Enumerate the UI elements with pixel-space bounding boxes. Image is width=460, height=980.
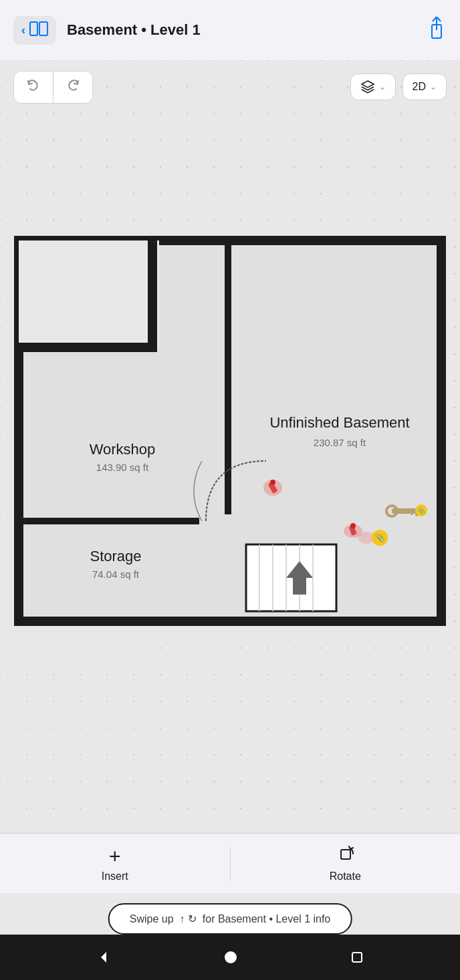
- svg-point-29: [350, 523, 356, 528]
- floorplan-svg[interactable]: Unfinished Basement 230.87 sq ft Worksho…: [12, 234, 448, 628]
- redo-button[interactable]: [53, 71, 92, 103]
- view-mode-chevron-icon: ⌄: [430, 82, 437, 92]
- undo-redo-group: [13, 71, 93, 104]
- view-mode-button[interactable]: 2D ⌄: [402, 73, 447, 100]
- rotate-label: Rotate: [330, 870, 361, 882]
- back-chevron-icon: ‹: [21, 23, 25, 37]
- toolbar: ⌄ 2D ⌄: [0, 67, 460, 107]
- swipe-pill[interactable]: Swipe up ↑ ↻ for Basement • Level 1 info: [108, 903, 352, 935]
- svg-text:230.87 sq ft: 230.87 sq ft: [314, 437, 366, 448]
- layers-button[interactable]: ⌄: [350, 73, 396, 100]
- svg-text:Storage: Storage: [90, 548, 141, 564]
- canvas-area[interactable]: Unfinished Basement 230.87 sq ft Worksho…: [0, 60, 460, 846]
- svg-rect-1: [39, 22, 47, 35]
- undo-button[interactable]: [14, 71, 53, 103]
- insert-button[interactable]: + Insert: [0, 838, 230, 889]
- view-mode-label: 2D: [413, 81, 426, 93]
- page-title: Basement • Level 1: [67, 21, 201, 39]
- header: ‹ Basement • Level 1: [0, 0, 460, 60]
- insert-label: Insert: [102, 870, 128, 882]
- swipe-pill-text: Swipe up ↑ ↻ for Basement • Level 1 info: [130, 913, 331, 925]
- layers-chevron-icon: ⌄: [379, 82, 386, 92]
- svg-rect-39: [341, 850, 350, 859]
- rotate-icon: [336, 844, 354, 868]
- rotate-button[interactable]: Rotate: [231, 838, 461, 889]
- svg-rect-10: [199, 514, 233, 528]
- svg-text:Unfinished Basement: Unfinished Basement: [269, 414, 409, 431]
- android-recents-button[interactable]: [351, 951, 363, 963]
- layout-toggle-icon: [29, 21, 48, 39]
- svg-rect-42: [352, 953, 362, 962]
- svg-text:143.90 sq ft: 143.90 sq ft: [96, 462, 149, 473]
- svg-rect-0: [30, 22, 37, 35]
- header-left: ‹ Basement • Level 1: [13, 16, 201, 45]
- svg-marker-3: [362, 81, 374, 88]
- svg-marker-40: [101, 952, 106, 963]
- svg-point-26: [270, 480, 275, 485]
- toolbar-right: ⌄ 2D ⌄: [350, 73, 447, 100]
- svg-point-41: [225, 951, 237, 963]
- svg-rect-7: [28, 240, 159, 347]
- svg-text:Workshop: Workshop: [90, 441, 156, 458]
- svg-text:📎: 📎: [417, 506, 426, 515]
- android-nav-bar: [0, 935, 460, 980]
- back-button[interactable]: ‹: [13, 16, 56, 45]
- android-back-button[interactable]: [97, 951, 110, 964]
- android-home-button[interactable]: [224, 951, 237, 964]
- svg-text:74.04 sq ft: 74.04 sq ft: [92, 568, 140, 580]
- svg-text:📎: 📎: [375, 532, 385, 542]
- insert-icon: +: [109, 845, 121, 868]
- share-button[interactable]: [427, 17, 447, 43]
- bottom-toolbar: + Insert Rotate: [0, 833, 460, 893]
